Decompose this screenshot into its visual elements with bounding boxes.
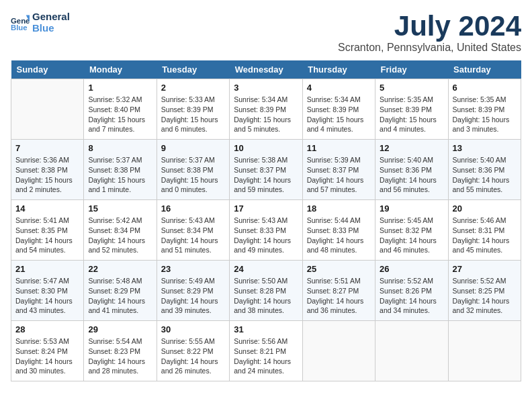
day-info: Sunrise: 5:48 AMSunset: 8:29 PMDaylight:… [88,276,152,316]
day-info: Sunrise: 5:46 AMSunset: 8:31 PMDaylight:… [453,216,517,255]
day-info: Sunrise: 5:37 AMSunset: 8:38 PMDaylight:… [161,155,225,195]
calendar-cell: 11Sunrise: 5:39 AMSunset: 8:37 PMDayligh… [302,140,375,200]
day-number: 5 [380,83,443,93]
calendar-cell: 17Sunrise: 5:43 AMSunset: 8:33 PMDayligh… [230,200,302,261]
calendar-cell: 9Sunrise: 5:37 AMSunset: 8:38 PMDaylight… [157,140,229,200]
day-number: 20 [453,203,517,214]
calendar-week-3: 14Sunrise: 5:41 AMSunset: 8:35 PMDayligh… [11,200,521,261]
calendar-cell: 2Sunrise: 5:33 AMSunset: 8:39 PMDaylight… [157,79,229,140]
calendar-cell: 5Sunrise: 5:35 AMSunset: 8:39 PMDaylight… [375,79,448,140]
day-number: 28 [15,324,79,334]
calendar-cell: 30Sunrise: 5:55 AMSunset: 8:22 PMDayligh… [157,321,229,381]
day-number: 10 [234,143,298,153]
calendar-cell: 19Sunrise: 5:45 AMSunset: 8:32 PMDayligh… [375,200,448,261]
month-title: July 2024 [338,11,521,42]
calendar-cell: 29Sunrise: 5:54 AMSunset: 8:23 PMDayligh… [84,321,157,381]
logo: General Blue General Blue [11,11,70,34]
day-info: Sunrise: 5:55 AMSunset: 8:22 PMDaylight:… [161,336,225,376]
calendar-table: SundayMondayTuesdayWednesdayThursdayFrid… [11,60,521,381]
calendar-cell: 7Sunrise: 5:36 AMSunset: 8:38 PMDaylight… [11,140,84,200]
calendar-cell: 1Sunrise: 5:32 AMSunset: 8:40 PMDaylight… [84,79,157,140]
weekday-header-row: SundayMondayTuesdayWednesdayThursdayFrid… [11,60,521,79]
day-info: Sunrise: 5:50 AMSunset: 8:28 PMDaylight:… [234,276,298,316]
day-info: Sunrise: 5:40 AMSunset: 8:36 PMDaylight:… [453,155,517,195]
day-number: 2 [161,83,225,93]
calendar-cell: 4Sunrise: 5:34 AMSunset: 8:39 PMDaylight… [302,79,375,140]
calendar-cell: 26Sunrise: 5:52 AMSunset: 8:26 PMDayligh… [375,261,448,321]
weekday-tuesday: Tuesday [157,60,229,79]
day-info: Sunrise: 5:33 AMSunset: 8:39 PMDaylight:… [161,95,225,134]
day-number: 19 [380,203,443,214]
day-number: 9 [161,143,225,153]
day-number: 11 [307,143,371,153]
day-info: Sunrise: 5:36 AMSunset: 8:38 PMDaylight:… [15,155,79,195]
weekday-friday: Friday [375,60,448,79]
day-number: 23 [161,264,225,274]
day-number: 14 [15,203,79,214]
calendar-cell: 12Sunrise: 5:40 AMSunset: 8:36 PMDayligh… [375,140,448,200]
calendar-cell: 16Sunrise: 5:43 AMSunset: 8:34 PMDayligh… [157,200,229,261]
day-number: 24 [234,264,298,274]
calendar-cell: 8Sunrise: 5:37 AMSunset: 8:38 PMDaylight… [84,140,157,200]
day-info: Sunrise: 5:39 AMSunset: 8:37 PMDaylight:… [307,155,371,195]
day-number: 4 [307,83,371,93]
calendar-week-5: 28Sunrise: 5:53 AMSunset: 8:24 PMDayligh… [11,321,521,381]
day-info: Sunrise: 5:43 AMSunset: 8:34 PMDaylight:… [161,216,225,255]
day-info: Sunrise: 5:41 AMSunset: 8:35 PMDaylight:… [15,216,79,255]
calendar-cell: 13Sunrise: 5:40 AMSunset: 8:36 PMDayligh… [448,140,521,200]
calendar-cell: 14Sunrise: 5:41 AMSunset: 8:35 PMDayligh… [11,200,84,261]
day-number: 17 [234,203,298,214]
calendar-week-4: 21Sunrise: 5:47 AMSunset: 8:30 PMDayligh… [11,261,521,321]
day-number: 16 [161,203,225,214]
day-number: 21 [15,264,79,274]
title-area: July 2024 Scranton, Pennsylvania, United… [338,11,521,54]
day-info: Sunrise: 5:51 AMSunset: 8:27 PMDaylight:… [307,276,371,316]
calendar-cell: 21Sunrise: 5:47 AMSunset: 8:30 PMDayligh… [11,261,84,321]
day-number: 1 [88,83,152,93]
logo-line1: General [32,11,70,22]
location: Scranton, Pennsylvania, United States [338,42,521,54]
day-number: 22 [88,264,152,274]
day-number: 29 [88,324,152,334]
day-info: Sunrise: 5:54 AMSunset: 8:23 PMDaylight:… [88,336,152,376]
day-number: 3 [234,83,298,93]
calendar-cell: 22Sunrise: 5:48 AMSunset: 8:29 PMDayligh… [84,261,157,321]
day-number: 12 [380,143,443,153]
day-info: Sunrise: 5:37 AMSunset: 8:38 PMDaylight:… [88,155,152,195]
day-info: Sunrise: 5:52 AMSunset: 8:25 PMDaylight:… [453,276,517,316]
day-info: Sunrise: 5:38 AMSunset: 8:37 PMDaylight:… [234,155,298,195]
day-info: Sunrise: 5:56 AMSunset: 8:21 PMDaylight:… [234,336,298,376]
day-info: Sunrise: 5:43 AMSunset: 8:33 PMDaylight:… [234,216,298,255]
day-number: 26 [380,264,443,274]
calendar-cell: 25Sunrise: 5:51 AMSunset: 8:27 PMDayligh… [302,261,375,321]
day-info: Sunrise: 5:34 AMSunset: 8:39 PMDaylight:… [234,95,298,134]
calendar-cell [302,321,375,381]
calendar-cell [375,321,448,381]
svg-text:Blue: Blue [11,24,28,32]
calendar-cell: 31Sunrise: 5:56 AMSunset: 8:21 PMDayligh… [230,321,302,381]
calendar-cell: 3Sunrise: 5:34 AMSunset: 8:39 PMDaylight… [230,79,302,140]
day-number: 15 [88,203,152,214]
calendar-cell: 6Sunrise: 5:35 AMSunset: 8:39 PMDaylight… [448,79,521,140]
calendar-cell: 10Sunrise: 5:38 AMSunset: 8:37 PMDayligh… [230,140,302,200]
day-info: Sunrise: 5:35 AMSunset: 8:39 PMDaylight:… [453,95,517,134]
day-info: Sunrise: 5:32 AMSunset: 8:40 PMDaylight:… [88,95,152,134]
calendar-cell [448,321,521,381]
calendar-week-1: 1Sunrise: 5:32 AMSunset: 8:40 PMDaylight… [11,79,521,140]
day-info: Sunrise: 5:35 AMSunset: 8:39 PMDaylight:… [380,95,443,134]
weekday-monday: Monday [84,60,157,79]
calendar-cell: 24Sunrise: 5:50 AMSunset: 8:28 PMDayligh… [230,261,302,321]
page-header: General Blue General Blue July 2024 Scra… [11,11,521,54]
day-number: 7 [15,143,79,153]
calendar-cell: 27Sunrise: 5:52 AMSunset: 8:25 PMDayligh… [448,261,521,321]
day-info: Sunrise: 5:42 AMSunset: 8:34 PMDaylight:… [88,216,152,255]
calendar-cell: 15Sunrise: 5:42 AMSunset: 8:34 PMDayligh… [84,200,157,261]
calendar-cell: 23Sunrise: 5:49 AMSunset: 8:29 PMDayligh… [157,261,229,321]
day-info: Sunrise: 5:44 AMSunset: 8:33 PMDaylight:… [307,216,371,255]
day-number: 18 [307,203,371,214]
day-number: 13 [453,143,517,153]
calendar-cell: 20Sunrise: 5:46 AMSunset: 8:31 PMDayligh… [448,200,521,261]
day-number: 30 [161,324,225,334]
day-info: Sunrise: 5:45 AMSunset: 8:32 PMDaylight:… [380,216,443,255]
day-number: 25 [307,264,371,274]
